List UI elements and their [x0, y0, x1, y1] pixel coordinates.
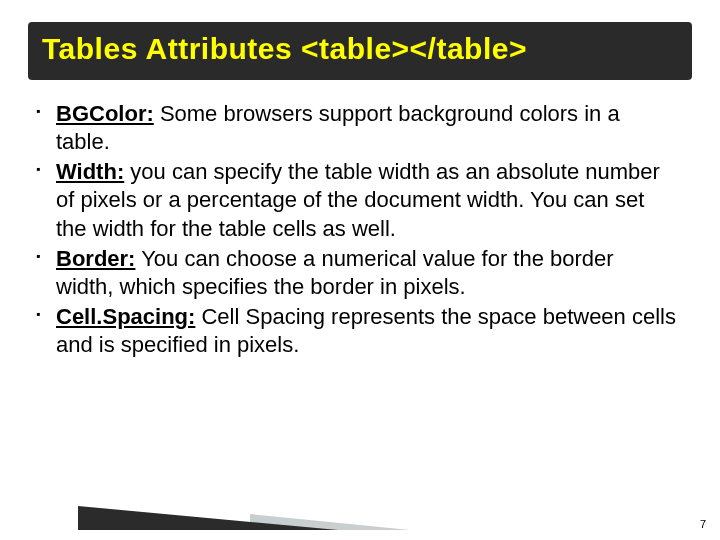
list-item: Width: you can specify the table width a…	[56, 158, 676, 242]
triangle-dark-icon	[78, 506, 338, 530]
attr-desc: You can choose a numerical value for the…	[56, 246, 614, 299]
bullet-list: BGColor: Some browsers support backgroun…	[56, 100, 676, 359]
list-item: BGColor: Some browsers support backgroun…	[56, 100, 676, 156]
slide-title-bar: Tables Attributes <table></table>	[28, 22, 692, 80]
attr-name: BGColor:	[56, 101, 154, 126]
attr-name: Width:	[56, 159, 124, 184]
slide-decoration	[0, 496, 420, 530]
attr-name: Cell.Spacing:	[56, 304, 195, 329]
slide-title: Tables Attributes <table></table>	[42, 32, 678, 66]
list-item: Border: You can choose a numerical value…	[56, 245, 676, 301]
attr-desc: you can specify the table width as an ab…	[56, 159, 660, 240]
attr-name: Border:	[56, 246, 135, 271]
triangle-gray-icon	[250, 514, 410, 530]
slide-body: BGColor: Some browsers support backgroun…	[56, 100, 676, 359]
list-item: Cell.Spacing: Cell Spacing represents th…	[56, 303, 676, 359]
page-number: 7	[700, 518, 706, 530]
